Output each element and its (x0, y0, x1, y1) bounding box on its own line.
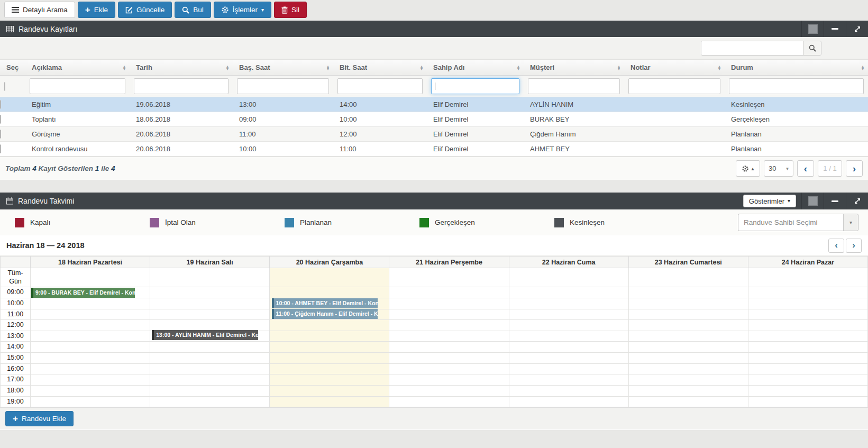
hour-cell (31, 309, 150, 320)
row-checkbox[interactable] (0, 144, 1, 153)
cell-durum: Kesinleşen (725, 97, 868, 112)
views-dropdown-button[interactable]: Gösterimler ▾ (743, 195, 796, 207)
table-search-input[interactable] (701, 41, 803, 55)
table-search-group (701, 41, 821, 56)
filter-input-durum[interactable] (729, 78, 864, 94)
add-appointment-button[interactable]: + Randevu Ekle (5, 411, 74, 426)
table-footer: Toplam 4 Kayıt Gösterilen 1 ile 4 ▴ 30 ▾… (0, 157, 868, 180)
hour-cell (389, 298, 509, 309)
add-button[interactable]: + Ekle (78, 2, 115, 18)
row-checkbox[interactable] (0, 100, 1, 109)
chevron-right-icon: › (852, 240, 855, 251)
filter-input-bit-saat[interactable] (337, 78, 423, 94)
chevron-left-icon: ‹ (804, 163, 807, 175)
panel-collapse-button[interactable] (824, 193, 846, 209)
row-checkbox[interactable] (0, 115, 1, 124)
next-week-button[interactable]: › (846, 239, 862, 253)
column-header-durum[interactable]: Durum▴▾ (725, 60, 868, 76)
cell-bit-saat: 10:00 (333, 112, 427, 127)
expand-icon (854, 197, 861, 205)
table-row[interactable]: Görüşme 20.06.2018 11:00 12:00 Elif Demi… (0, 127, 868, 142)
column-header-sahip-adi[interactable]: Sahip Adı▴▾ (427, 60, 524, 76)
gear-icon (221, 6, 229, 14)
detailed-search-button[interactable]: Detaylı Arama (4, 2, 75, 18)
table-search-button[interactable] (803, 41, 821, 55)
hour-cell (389, 342, 509, 353)
trash-icon (281, 6, 288, 14)
next-page-button[interactable]: › (846, 160, 863, 177)
column-header-bit-saat[interactable]: Bit. Saat▴▾ (333, 60, 427, 76)
operations-dropdown-button[interactable]: İşlemler ▾ (214, 2, 271, 18)
edit-icon (125, 6, 133, 14)
hour-cell (628, 374, 748, 386)
hour-cell (509, 331, 628, 342)
hour-cell (150, 342, 270, 353)
panel-expand-button[interactable] (846, 21, 868, 37)
hour-cell-today (270, 331, 389, 342)
table-row[interactable]: Toplantı 18.06.2018 09:00 10:00 Elif Dem… (0, 112, 868, 127)
hour-cell (31, 320, 150, 331)
column-label: Tarih (136, 63, 152, 71)
filter-input-bas-saat[interactable] (237, 78, 329, 94)
hour-cell (748, 374, 867, 386)
column-header-notlar[interactable]: Notlar▴▾ (624, 60, 725, 76)
column-header-tarih[interactable]: Tarih▴▾ (130, 60, 233, 76)
table-row[interactable]: Kontrol randevusu 20.06.2018 10:00 11:00… (0, 142, 868, 157)
panel-collapse-button[interactable] (824, 21, 846, 37)
calendar-event[interactable]: 9:00 - BURAK BEY - Elif Demirel - Konu: … (31, 288, 135, 298)
sort-icon[interactable]: ▴▾ (718, 65, 720, 70)
cell-tarih: 20.06.2018 (130, 127, 233, 142)
select-all-checkbox[interactable] (4, 82, 5, 91)
day-cell (628, 268, 748, 287)
hour-cell-today (270, 287, 389, 298)
prev-page-button[interactable]: ‹ (797, 160, 814, 177)
sort-icon[interactable]: ▴▾ (421, 65, 423, 70)
filter-input-tarih[interactable] (134, 78, 229, 94)
hour-cell (150, 320, 270, 331)
panel-expand-button[interactable] (846, 193, 868, 209)
column-header-aciklama[interactable]: Açıklama▴▾ (25, 60, 130, 76)
delete-button[interactable]: Sil (274, 2, 307, 18)
sort-icon[interactable]: ▴▾ (618, 65, 620, 70)
owner-select[interactable]: Randuve Sahibi Seçimi ▾ (738, 214, 858, 231)
cell-bit-saat: 12:00 (333, 127, 427, 142)
cell-aciklama: Toplantı (25, 112, 130, 127)
day-header: 19 Haziran Salı (150, 257, 270, 268)
hour-cell-today (270, 353, 389, 364)
sort-icon[interactable]: ▴▾ (862, 65, 864, 70)
calendar-event[interactable]: 11:00 - Çiğdem Hanım - Elif Demirel - Ko (272, 309, 378, 319)
find-button[interactable]: Bul (175, 2, 211, 18)
sort-icon[interactable]: ▴▾ (226, 65, 229, 70)
sort-icon[interactable]: ▴▾ (123, 65, 125, 70)
filter-input-aciklama[interactable] (30, 78, 125, 94)
table-row[interactable]: Eğitim 19.06.2018 13:00 14:00 Elif Demir… (0, 97, 868, 112)
calendar-icon (6, 197, 13, 205)
column-header-musteri[interactable]: Müşteri▴▾ (524, 60, 624, 76)
sort-icon[interactable]: ▴▾ (517, 65, 519, 70)
chevron-left-icon: ‹ (835, 240, 838, 251)
hour-cell-today (270, 363, 389, 374)
panel-theme-button[interactable] (801, 21, 824, 37)
cell-bit-saat: 14:00 (333, 97, 427, 112)
hour-cell (628, 298, 748, 309)
calendar-event[interactable]: 13:00 - AYLİN HANIM - Elif Demirel - Ko (152, 330, 258, 340)
prev-week-button[interactable]: ‹ (828, 239, 844, 253)
hour-cell (509, 287, 628, 298)
hour-cell (389, 287, 509, 298)
sort-icon[interactable]: ▴▾ (327, 65, 329, 70)
update-button[interactable]: Güncelle (118, 2, 172, 18)
cell-tarih: 20.06.2018 (130, 142, 233, 157)
filter-input-musteri[interactable] (528, 78, 620, 94)
column-label: Notlar (631, 63, 651, 71)
calendar-event[interactable]: 10:00 - AHMET BEY - Elif Demirel - Konu (272, 298, 378, 308)
filter-input-notlar[interactable] (628, 78, 720, 94)
table-settings-button[interactable]: ▴ (736, 160, 760, 177)
status-legend: Kapalı İptal Olan Planlanan Gerçekleşen … (0, 209, 868, 235)
filter-input-sahip-adi[interactable] (431, 78, 519, 94)
page-size-select[interactable]: 30 ▾ (764, 160, 793, 177)
day-cell (150, 268, 270, 287)
chevron-up-icon: ▴ (751, 166, 754, 171)
row-checkbox[interactable] (0, 130, 1, 139)
panel-theme-button[interactable] (801, 193, 824, 209)
column-header-bas-saat[interactable]: Baş. Saat▴▾ (233, 60, 333, 76)
